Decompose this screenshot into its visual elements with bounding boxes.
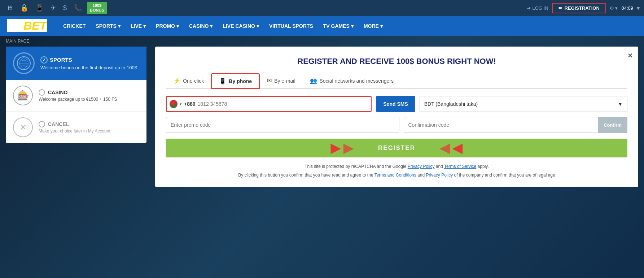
login-button[interactable]: ➜ LOG IN	[527, 5, 548, 11]
nav-live[interactable]: LIVE ▾	[126, 16, 151, 36]
lock-icon[interactable]: 🔓	[18, 3, 30, 13]
tab-one-click[interactable]: ⚡ One-click	[166, 73, 211, 89]
mobile-icon[interactable]: 📱	[33, 3, 45, 13]
promo-confirm-row: Confirm	[166, 117, 627, 133]
register-topbar-label: REGISTRATION	[565, 5, 600, 11]
sports-label: ✓ SPORTS Welcome bonus on the first depo…	[40, 56, 137, 70]
phone-tab-icon: 📱	[219, 78, 226, 84]
dollar-icon[interactable]: $	[61, 3, 69, 13]
casino-text: CASINO	[48, 90, 67, 95]
casino-icon: 🎰	[13, 86, 33, 105]
sports-icon	[13, 52, 35, 74]
logo[interactable]: 1XBET	[7, 19, 47, 32]
cancel-icon: ✕	[13, 117, 33, 137]
phone-code: +880	[184, 101, 196, 107]
nav-items: CRICKET SPORTS ▾ LIVE ▾ PROMO ▾ CASINO ▾…	[58, 16, 388, 36]
left-panel-casino[interactable]: 🎰 CASINO Welcome package up to €1500 + 1…	[6, 80, 146, 112]
tab-social-label: Social networks and messengers	[320, 78, 394, 84]
promo-input[interactable]	[166, 117, 399, 133]
left-panel: ✓ SPORTS Welcome bonus on the first depo…	[6, 47, 146, 143]
modal-close-button[interactable]: ×	[628, 51, 632, 60]
confirm-input[interactable]	[404, 117, 598, 133]
login-arrow-icon: ➜	[527, 5, 531, 11]
nav-cricket[interactable]: CRICKET	[58, 16, 91, 36]
phone-input[interactable]	[198, 101, 241, 107]
social-icon: 👥	[310, 77, 317, 84]
cancel-description: Make your choice later in My Account	[39, 129, 110, 134]
tab-by-email[interactable]: ✉ By e-mail	[260, 73, 302, 89]
left-panel-sports[interactable]: ✓ SPORTS Welcome bonus on the first depo…	[6, 47, 146, 80]
phone-field[interactable]: ▾ +880	[166, 96, 372, 112]
cancel-radio	[39, 121, 45, 127]
tabs: ⚡ One-click 📱 By phone ✉ By e-mail 👥 Soc…	[166, 73, 627, 89]
registration-modal: × REGISTER AND RECEIVE 100$ BONUS RIGHT …	[155, 47, 638, 187]
settings-button[interactable]: ⚙ ▾	[610, 5, 618, 11]
nav-virtual-sports[interactable]: VIRTUAL SPORTS	[264, 16, 318, 36]
bonus-button[interactable]: 100$ BONUS	[87, 2, 107, 14]
content-area: MAIN PAGE ✓ SPORTS Welcome bonus on the …	[0, 36, 644, 278]
chevron-icon: ▾	[637, 5, 640, 12]
tab-one-click-label: One-click	[183, 78, 204, 84]
send-sms-button[interactable]: Send SMS	[376, 96, 415, 112]
register-topbar-button[interactable]: ✏ REGISTRATION	[552, 3, 606, 13]
register-icon: ✏	[558, 5, 562, 11]
email-icon: ✉	[267, 77, 272, 84]
nav-more[interactable]: MORE ▾	[359, 16, 388, 36]
time-display: 04:09	[621, 5, 633, 11]
nav-live-casino[interactable]: LIVE CASINO ▾	[218, 16, 264, 36]
main-nav: 1XBET CRICKET SPORTS ▾ LIVE ▾ PROMO ▾ CA…	[0, 16, 644, 36]
cancel-text: CANCEL	[48, 121, 69, 127]
cancel-label: CANCEL Make your choice later in My Acco…	[39, 121, 110, 134]
sports-check: ✓	[40, 56, 48, 64]
breadcrumb: MAIN PAGE	[6, 39, 30, 44]
modal-title: REGISTER AND RECEIVE 100$ BONUS RIGHT NO…	[166, 57, 627, 66]
tab-by-phone-label: By phone	[229, 78, 252, 84]
legal-text-2: By clicking this button you confirm that…	[166, 172, 627, 178]
confirm-button[interactable]: Confirm	[598, 117, 627, 133]
login-label: LOG IN	[532, 5, 548, 11]
legal-text-1: This site is protected by reCAPTCHA and …	[166, 163, 627, 170]
top-bar: 🖥 🔓 📱 ✈ $ 📞 100$ BONUS ➜ LOG IN ✏ REGIST…	[0, 0, 644, 16]
monitor-icon[interactable]: 🖥	[4, 3, 15, 13]
privacy-policy-link-2[interactable]: Privacy Policy	[426, 173, 453, 178]
nav-promo[interactable]: PROMO ▾	[151, 16, 184, 36]
telegram-icon[interactable]: ✈	[48, 3, 58, 13]
nav-casino[interactable]: CASINO ▾	[184, 16, 218, 36]
register-area-bg: ► ► REGISTER ► ►	[166, 139, 627, 157]
sports-description: Welcome bonus on the first deposit up to…	[40, 65, 137, 70]
casino-description: Welcome package up to €1500 + 150 FS	[39, 97, 117, 102]
sports-text: SPORTS	[50, 57, 72, 63]
phone-icon[interactable]: 📞	[72, 3, 84, 13]
tab-by-phone[interactable]: 📱 By phone	[211, 73, 260, 89]
terms-conditions-link[interactable]: Terms and Conditions	[374, 173, 416, 178]
currency-label: BDT (Bangladeshi taka)	[424, 101, 478, 107]
terms-of-service-link[interactable]: Terms of Service	[444, 164, 476, 169]
currency-chevron: ▼	[618, 101, 623, 107]
privacy-policy-link-1[interactable]: Privacy Policy	[408, 164, 435, 169]
flag-chevron: ▾	[180, 102, 182, 107]
nav-sports[interactable]: SPORTS ▾	[91, 16, 126, 36]
tab-by-email-label: By e-mail	[274, 78, 295, 84]
casino-label: CASINO Welcome package up to €1500 + 150…	[39, 89, 117, 102]
confirm-group: Confirm	[404, 117, 628, 133]
register-area: ► ► REGISTER ► ►	[166, 139, 627, 157]
left-panel-cancel[interactable]: ✕ CANCEL Make your choice later in My Ac…	[6, 112, 146, 143]
nav-tv-games[interactable]: TV GAMES ▾	[318, 16, 359, 36]
lightning-icon: ⚡	[173, 77, 180, 84]
flag-bd	[170, 100, 178, 108]
casino-radio	[39, 89, 45, 96]
phone-row: ▾ +880 Send SMS BDT (Bangladeshi taka) ▼	[166, 96, 627, 112]
currency-select[interactable]: BDT (Bangladeshi taka) ▼	[420, 96, 627, 112]
tab-social[interactable]: 👥 Social networks and messengers	[303, 73, 401, 89]
register-main-button[interactable]: REGISTER	[360, 139, 433, 157]
